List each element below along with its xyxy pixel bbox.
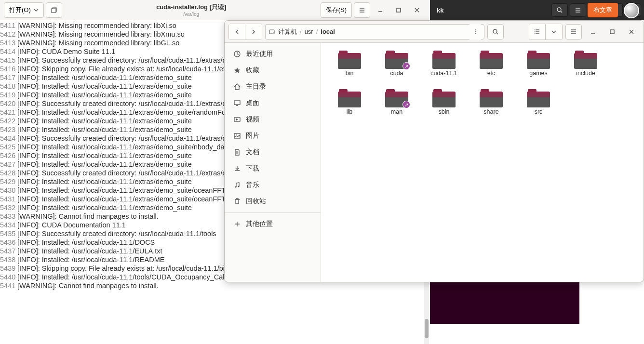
- open-button[interactable]: 打开(O): [4, 2, 44, 18]
- search-icon: [556, 7, 563, 13]
- view-dropdown-button[interactable]: [546, 24, 562, 40]
- path-separator: /: [300, 28, 302, 35]
- folder-item[interactable]: include: [562, 49, 609, 87]
- sidebar-item-label: 音乐: [246, 181, 259, 189]
- line-number: 5415: [0, 56, 17, 65]
- folder-icon: ↗: [385, 89, 408, 107]
- line-number: 5433: [0, 212, 17, 221]
- hamburger-icon: [570, 28, 577, 35]
- maximize-button[interactable]: [390, 2, 407, 18]
- path-bar[interactable]: 计算机 / usr / local: [265, 24, 484, 40]
- sidebar-item[interactable]: 文档: [225, 144, 321, 160]
- list-view-button[interactable]: [529, 24, 546, 40]
- filemgr-titlebar: 计算机 / usr / local: [225, 21, 644, 43]
- folder-label: bin: [346, 70, 354, 77]
- sidebar-item[interactable]: 收藏: [225, 62, 321, 79]
- svg-point-19: [235, 186, 237, 188]
- new-tab-button[interactable]: [46, 2, 62, 18]
- dark-hamburger-button[interactable]: [570, 3, 586, 17]
- dark-window-title: kk: [433, 7, 443, 14]
- path-menu-button[interactable]: [470, 24, 481, 40]
- line-number: 5436: [0, 238, 17, 247]
- folder-item[interactable]: ↗man: [373, 87, 420, 126]
- path-seg-usr[interactable]: usr: [305, 28, 313, 35]
- scrollbar-thumb[interactable]: [425, 319, 429, 338]
- chevron-down-icon: [34, 8, 39, 13]
- minimize-button[interactable]: [372, 2, 389, 18]
- path-separator: /: [316, 28, 318, 35]
- line-number: 5418: [0, 82, 17, 91]
- folder-label: include: [576, 70, 595, 77]
- sidebar-item-label: 最近使用: [246, 50, 273, 58]
- editor-title: cuda-installer.log [只读]: [156, 3, 226, 12]
- line-number: 5440: [0, 273, 17, 281]
- symlink-badge-icon: ↗: [402, 101, 410, 108]
- folder-label: lib: [347, 108, 353, 115]
- sidebar-item-label: 其他位置: [246, 220, 273, 228]
- filemgr-maximize-button[interactable]: [604, 24, 620, 40]
- folder-view[interactable]: bin↗cudacuda-11.1etcgamesincludelib↗mans…: [321, 43, 644, 282]
- folder-icon: [480, 51, 503, 69]
- sidebar-item-other-locations[interactable]: 其他位置: [225, 216, 321, 232]
- chevron-right-icon: [251, 29, 256, 35]
- folder-item[interactable]: bin: [326, 49, 373, 87]
- sidebar-item[interactable]: 图片: [225, 128, 321, 144]
- line-number: 5427: [0, 160, 17, 169]
- hamburger-menu-button[interactable]: [354, 2, 370, 18]
- folder-item[interactable]: etc: [468, 49, 515, 87]
- close-button[interactable]: [409, 2, 425, 18]
- open-label: 打开(O): [9, 6, 31, 14]
- search-button[interactable]: [487, 24, 504, 40]
- nav-back-button[interactable]: [229, 24, 245, 40]
- line-number: 5416: [0, 65, 17, 73]
- filemgr-hamburger-button[interactable]: [565, 24, 582, 40]
- folder-item[interactable]: cuda-11.1: [420, 49, 468, 87]
- sidebar-item-label: 文档: [246, 148, 259, 157]
- editor-title-area: cuda-installer.log [只读] /var/log: [64, 3, 319, 17]
- new-tab-icon: [51, 7, 57, 13]
- dark-search-button[interactable]: [551, 3, 568, 17]
- sidebar: 最近使用收藏主目录桌面视频图片文档下载音乐回收站其他位置: [225, 43, 321, 282]
- sidebar-item-label: 视频: [246, 115, 259, 124]
- minimize-icon: [377, 7, 383, 13]
- sidebar-item[interactable]: 桌面: [225, 95, 321, 111]
- folder-item[interactable]: lib: [326, 87, 373, 126]
- folder-label: cuda-11.1: [430, 70, 457, 77]
- folder-icon: [432, 89, 456, 107]
- line-number: 5430: [0, 186, 17, 195]
- sidebar-item[interactable]: 下载: [225, 160, 321, 177]
- sidebar-item[interactable]: 最近使用: [225, 46, 321, 62]
- sidebar-item[interactable]: 音乐: [225, 177, 321, 193]
- path-seg-local[interactable]: local: [321, 28, 335, 35]
- video-icon: [233, 116, 241, 123]
- nav-forward-button[interactable]: [245, 24, 262, 40]
- line-number: 5420: [0, 99, 17, 108]
- view-mode-buttons: [529, 24, 563, 40]
- svg-rect-4: [269, 30, 274, 34]
- folder-icon: [480, 89, 503, 107]
- filemgr-close-button[interactable]: [623, 24, 640, 40]
- folder-item[interactable]: src: [515, 87, 562, 126]
- path-root[interactable]: 计算机: [278, 27, 297, 36]
- filemgr-minimize-button[interactable]: [585, 24, 601, 40]
- line-number: 5426: [0, 151, 17, 160]
- sidebar-item[interactable]: 视频: [225, 111, 321, 128]
- sidebar-item[interactable]: 主目录: [225, 79, 321, 95]
- svg-rect-13: [610, 30, 614, 34]
- kebab-icon: [472, 29, 478, 35]
- folder-item[interactable]: sbin: [420, 87, 468, 126]
- folder-icon: ↗: [385, 51, 408, 69]
- avatar[interactable]: [624, 3, 639, 18]
- line-number: 5434: [0, 221, 17, 229]
- publish-button[interactable]: 布文章: [588, 3, 618, 17]
- save-button[interactable]: 保存(S): [321, 2, 352, 18]
- svg-point-11: [534, 31, 535, 32]
- picture-icon: [233, 132, 241, 140]
- svg-point-5: [273, 32, 274, 33]
- folder-item[interactable]: share: [468, 87, 515, 126]
- folder-item[interactable]: games: [515, 49, 562, 87]
- folder-item[interactable]: ↗cuda: [373, 49, 420, 87]
- line-number: 5417: [0, 73, 17, 82]
- folder-icon: [527, 51, 550, 69]
- sidebar-item[interactable]: 回收站: [225, 193, 321, 210]
